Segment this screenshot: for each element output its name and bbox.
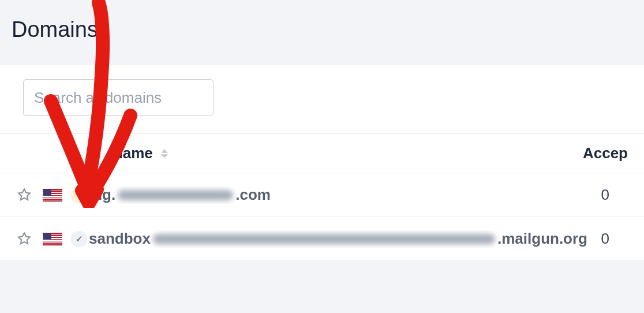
checkmark-icon: ✓	[71, 231, 87, 247]
flag-cell	[43, 189, 69, 202]
us-flag-icon	[43, 189, 62, 202]
star-toggle[interactable]	[16, 187, 43, 203]
redacted-text	[118, 190, 233, 200]
column-header-name[interactable]: Name	[89, 144, 583, 162]
table-row[interactable]: ? mg. .com 0	[0, 173, 644, 217]
accepted-count: 0	[587, 186, 628, 204]
domains-panel: Name Accep ? mg. .com 0	[0, 65, 644, 261]
column-header-name-label: Name	[112, 144, 153, 162]
domain-name-link[interactable]: sandbox .mailgun.org	[89, 230, 587, 248]
star-icon	[16, 187, 32, 203]
star-toggle[interactable]	[16, 231, 43, 247]
search-wrap	[0, 65, 644, 133]
search-input[interactable]	[23, 79, 214, 116]
flag-cell	[43, 233, 69, 245]
domain-name-prefix: sandbox	[89, 230, 151, 248]
question-icon: ?	[71, 187, 87, 203]
table-row[interactable]: ✓ sandbox .mailgun.org 0	[0, 217, 644, 261]
sort-icon	[161, 149, 168, 158]
domain-name-suffix: .mailgun.org	[497, 230, 587, 248]
domain-name-link[interactable]: mg. .com	[89, 186, 587, 204]
status-cell: ?	[69, 187, 89, 203]
us-flag-icon	[43, 233, 62, 245]
table-header-row: Name Accep	[0, 133, 644, 173]
page-title: Domains	[12, 17, 632, 42]
domain-name-prefix: mg.	[89, 186, 115, 204]
redacted-text	[153, 234, 495, 244]
star-icon	[16, 231, 32, 247]
status-cell: ✓	[69, 231, 89, 247]
column-header-accepted: Accep	[583, 144, 628, 162]
domain-name-suffix: .com	[235, 186, 271, 204]
accepted-count: 0	[587, 230, 628, 248]
